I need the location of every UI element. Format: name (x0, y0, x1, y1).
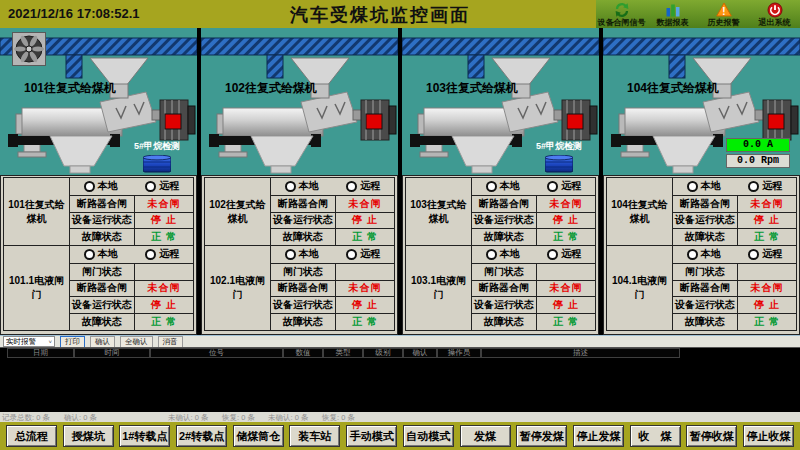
radio-circle-icon (687, 249, 698, 260)
pause-send-coal-button[interactable]: 暂停发煤 (516, 425, 567, 447)
bar-chart-icon (665, 2, 681, 18)
status-row-label: 闸门状态 (472, 263, 536, 280)
motor-readouts: 0.0 A 0.0 Rpm (726, 138, 790, 170)
mode-radio-row: 本地 远程 (673, 246, 796, 263)
remote-radio[interactable]: 远程 (547, 179, 581, 193)
remote-radio[interactable]: 远程 (145, 247, 179, 261)
pause-receive-coal-button[interactable]: 暂停收煤 (686, 425, 737, 447)
mode-radio-row: 本地 远程 (673, 178, 796, 195)
data-report-button[interactable]: 数据报表 (647, 0, 698, 28)
column-header: 位号 (150, 348, 283, 358)
remote-radio[interactable]: 远程 (346, 179, 380, 193)
status-row-value: 停 止 (737, 212, 796, 229)
status-row-label: 闸门状态 (70, 263, 134, 280)
send-coal-button[interactable]: 发煤 (460, 425, 511, 447)
status-row-label: 故障状态 (472, 228, 536, 245)
system-toolbar: 设备合闸信号 数据报表 ! 历史报警 退出系统 (596, 0, 800, 28)
radio-circle-icon (346, 249, 357, 260)
mode-radio-row: 本地 远程 (70, 178, 193, 195)
valve-name: 104.1电液闸门 (607, 246, 673, 330)
status-row-value: 正 常 (335, 228, 394, 245)
nav-overview-button[interactable]: 总流程 (6, 425, 57, 447)
bottom-nav-bar: 总流程 授煤坑 1#转载点 2#转载点 储煤筒仓 装车站 手动模式 自动模式 发… (0, 422, 800, 450)
remote-radio[interactable]: 远程 (145, 179, 179, 193)
feeder-status-block: 104往复式给煤机 本地 远程 断路器合闸 未合闸 设备运行状态 停 止 故障状… (606, 177, 797, 246)
mute-button[interactable]: 消音 (158, 336, 183, 348)
column-header: 操作员 (437, 348, 481, 358)
fan-icon (12, 32, 46, 66)
power-icon (767, 2, 783, 18)
ack-all-button[interactable]: 全确认 (120, 336, 153, 348)
radio-circle-icon (84, 249, 95, 260)
remote-radio[interactable]: 远程 (748, 179, 782, 193)
status-row-value: 停 止 (737, 296, 796, 313)
local-radio[interactable]: 本地 (486, 247, 520, 261)
methane-barrel-icon (545, 155, 573, 174)
nav-coal-silo-button[interactable]: 储煤筒仓 (233, 425, 284, 447)
alarm-filter-value: 实时报警 (6, 337, 36, 347)
tool-label: 设备合闸信号 (598, 19, 646, 27)
status-row-label: 故障状态 (271, 228, 335, 245)
local-radio[interactable]: 本地 (486, 179, 520, 193)
local-radio[interactable]: 本地 (285, 179, 319, 193)
status-row-value: 正 常 (536, 313, 595, 330)
history-alarm-button[interactable]: ! 历史报警 (698, 0, 749, 28)
status-row-value: 正 常 (335, 313, 394, 330)
methane-detector: 5#甲烷检测 (125, 140, 189, 178)
remote-radio[interactable]: 远程 (748, 247, 782, 261)
status-row-value: 未合闸 (134, 195, 193, 212)
alarm-toolbar: 实时报警 ˅ 打印 确认 全确认 消音 (0, 335, 800, 347)
status-row-label: 设备运行状态 (673, 212, 737, 229)
feeder-label: 101往复式给煤机 (24, 80, 116, 97)
stop-send-coal-button[interactable]: 停止发煤 (573, 425, 624, 447)
print-button[interactable]: 打印 (60, 336, 85, 348)
alarm-filter-select[interactable]: 实时报警 ˅ (3, 336, 55, 347)
radio-circle-icon (748, 181, 759, 192)
feeder-label: 104往复式给煤机 (627, 80, 719, 97)
radio-circle-icon (285, 181, 296, 192)
column-header: 描述 (481, 348, 680, 358)
local-radio[interactable]: 本地 (84, 179, 118, 193)
status-row-label: 断路器合闸 (673, 195, 737, 212)
mode-radio-row: 本地 远程 (271, 246, 394, 263)
speed-readout: 0.0 Rpm (726, 154, 790, 168)
stop-receive-coal-button[interactable]: 停止收煤 (743, 425, 794, 447)
ack-button[interactable]: 确认 (90, 336, 115, 348)
remote-label: 远程 (762, 179, 782, 193)
remote-radio[interactable]: 远程 (547, 247, 581, 261)
column-header: 时间 (74, 348, 150, 358)
feeder-status-block: 103往复式给煤机 本地 远程 断路器合闸 未合闸 设备运行状态 停 止 故障状… (405, 177, 596, 246)
local-radio[interactable]: 本地 (285, 247, 319, 261)
feeder-section-101: 101往复式给煤机 5#甲烷检测 (0, 28, 197, 175)
remote-label: 远程 (360, 247, 380, 261)
methane-label: 5#甲烷检测 (527, 140, 591, 153)
radio-circle-icon (748, 249, 759, 260)
local-radio[interactable]: 本地 (687, 179, 721, 193)
remote-label: 远程 (561, 179, 581, 193)
status-row-value: 正 常 (737, 228, 796, 245)
local-radio[interactable]: 本地 (84, 247, 118, 261)
auto-mode-button[interactable]: 自动模式 (403, 425, 454, 447)
local-label: 本地 (299, 179, 319, 193)
status-row-value: 正 常 (536, 228, 595, 245)
manual-mode-button[interactable]: 手动模式 (346, 425, 397, 447)
remote-label: 远程 (561, 247, 581, 261)
feeder-machine-graphic (201, 28, 398, 175)
receive-coal-button[interactable]: 收 煤 (630, 425, 681, 447)
remote-radio[interactable]: 远程 (346, 247, 380, 261)
status-row-label: 设备运行状态 (673, 296, 737, 313)
feeder-label: 103往复式给煤机 (426, 80, 518, 97)
exit-system-button[interactable]: 退出系统 (749, 0, 800, 28)
nav-transfer-2-button[interactable]: 2#转载点 (176, 425, 227, 447)
local-radio[interactable]: 本地 (687, 247, 721, 261)
status-row-label: 故障状态 (70, 313, 134, 330)
device-close-signal-button[interactable]: 设备合闸信号 (596, 0, 647, 28)
feeder-section-102: 102往复式给煤机 (201, 28, 398, 175)
nav-loading-station-button[interactable]: 装车站 (289, 425, 340, 447)
local-label: 本地 (701, 179, 721, 193)
nav-coal-pit-button[interactable]: 授煤坑 (63, 425, 114, 447)
radio-circle-icon (145, 181, 156, 192)
top-bar: 2021/12/16 17:08:52.1 汽车受煤坑监控画面 设备合闸信号 数… (0, 0, 800, 28)
nav-transfer-1-button[interactable]: 1#转载点 (119, 425, 170, 447)
valve-name: 101.1电液闸门 (4, 246, 70, 330)
